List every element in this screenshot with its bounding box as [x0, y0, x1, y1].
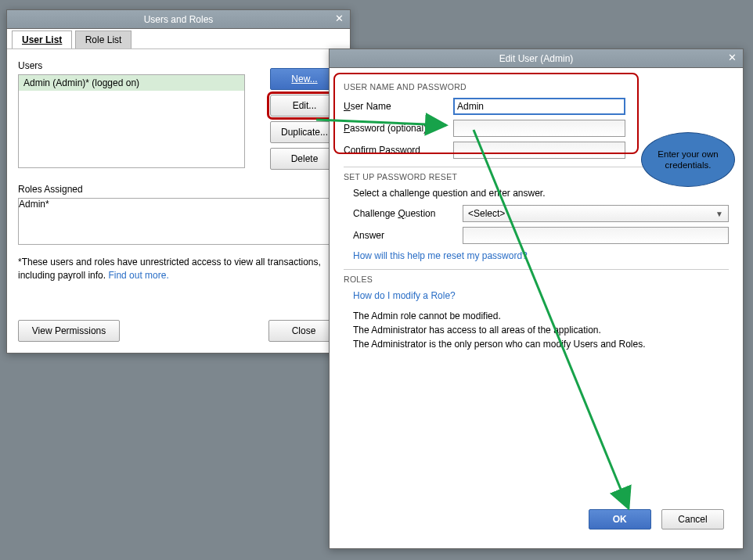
view-permissions-button[interactable]: View Permissions — [18, 320, 120, 342]
list-item[interactable]: Admin (Admin)* (logged on) — [19, 75, 244, 91]
tab-user-list[interactable]: User List — [12, 31, 72, 48]
confirm-password-label: Confirm Password — [344, 145, 453, 156]
find-out-more-link[interactable]: Find out more. — [108, 270, 168, 281]
close-icon[interactable]: ✕ — [726, 52, 738, 65]
form-row-username: User Name — [344, 98, 729, 115]
username-input[interactable] — [453, 98, 625, 115]
form-row-answer: Answer — [353, 227, 729, 244]
roles-listbox[interactable]: Admin* — [18, 198, 339, 245]
close-icon[interactable]: ✕ — [333, 13, 345, 26]
reset-help-link[interactable]: How will this help me reset my password? — [353, 250, 528, 261]
challenge-question-select[interactable]: <Select> ▼ — [463, 205, 729, 222]
roles-description: The Admin role cannot be modified. The A… — [353, 309, 729, 351]
window-titlebar: Users and Roles ✕ — [7, 10, 350, 29]
confirm-password-input[interactable] — [453, 142, 625, 159]
section-label-username-password: USER NAME AND PASSWORD — [344, 82, 729, 92]
list-item: Admin* — [19, 199, 338, 210]
modify-role-link[interactable]: How do I modify a Role? — [353, 290, 456, 301]
tab-bar: User List Role List — [7, 29, 350, 49]
annotation-callout: Enter your own credentials. — [641, 132, 735, 187]
window-title: Edit User (Admin) — [499, 53, 574, 64]
footnote: *These users and roles have unrestricted… — [18, 256, 339, 282]
password-label: Password (optional) — [344, 123, 453, 134]
window-titlebar: Edit User (Admin) ✕ — [330, 49, 743, 68]
answer-input[interactable] — [463, 227, 729, 244]
window-title: Users and Roles — [144, 14, 214, 25]
tab-role-list[interactable]: Role List — [75, 31, 132, 48]
reset-instruction: Select a challenge question and enter an… — [353, 188, 729, 199]
username-label: User Name — [344, 101, 453, 112]
edit-user-window: Edit User (Admin) ✕ USER NAME AND PASSWO… — [329, 48, 744, 549]
users-and-roles-window: Users and Roles ✕ User List Role List Us… — [6, 9, 351, 354]
roles-assigned-label: Roles Assigned — [18, 184, 339, 195]
users-listbox[interactable]: Admin (Admin)* (logged on) — [18, 74, 245, 168]
chevron-down-icon: ▼ — [715, 210, 723, 218]
answer-label: Answer — [353, 230, 463, 241]
ok-button[interactable]: OK — [589, 509, 651, 529]
cancel-button[interactable]: Cancel — [661, 509, 724, 529]
password-input[interactable] — [453, 120, 625, 137]
form-row-challenge: Challenge Question <Select> ▼ — [353, 205, 729, 222]
section-label-roles: ROLES — [344, 275, 729, 284]
challenge-question-label: Challenge Question — [353, 208, 463, 219]
